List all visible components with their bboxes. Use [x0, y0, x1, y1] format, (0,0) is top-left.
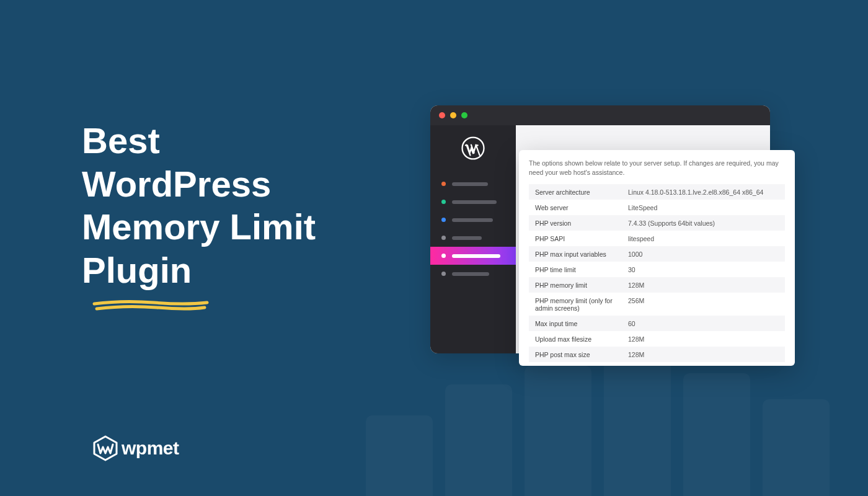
row-key: PHP max input variables [529, 246, 622, 262]
underline-decoration [92, 299, 210, 311]
table-row: PHP memory limit128M [529, 277, 785, 293]
row-key: Upload max filesize [529, 331, 622, 347]
sidebar-item[interactable] [430, 265, 516, 283]
menu-label-placeholder [452, 200, 497, 204]
hero-line-4: Plugin [82, 249, 316, 292]
menu-label-placeholder [452, 218, 493, 222]
row-value: LiteSpeed [622, 200, 785, 215]
table-row: PHP post max size128M [529, 347, 785, 362]
minimize-icon[interactable] [450, 112, 456, 118]
row-value: 256M [622, 293, 785, 316]
hero-line-3: Memory Limit [82, 205, 316, 249]
table-row: Upload max filesize128M [529, 331, 785, 347]
close-icon[interactable] [439, 112, 445, 118]
row-key: PHP time limit [529, 262, 622, 277]
row-key: Max input time [529, 316, 622, 331]
hero-line-1: Best [82, 119, 316, 162]
row-value: 60 [622, 316, 785, 331]
table-row: PHP memory limit (only for admin screens… [529, 293, 785, 316]
table-row: PHP time limit30 [529, 262, 785, 277]
background-bar [525, 366, 591, 496]
brand-name: wpmet [122, 438, 179, 459]
row-key: Server architecture [529, 184, 622, 200]
sidebar-item[interactable] [430, 193, 516, 211]
background-bar [763, 399, 830, 496]
window-chrome [430, 105, 770, 125]
brand-logo: wpmet [92, 435, 179, 462]
menu-dot-icon [441, 182, 446, 186]
server-info-table: Server architectureLinux 4.18.0-513.18.1… [529, 184, 785, 362]
background-bar [683, 373, 750, 496]
menu-label-placeholder [452, 272, 489, 276]
wp-admin-sidebar [430, 125, 516, 353]
menu-dot-icon [441, 254, 446, 258]
menu-label-placeholder [452, 236, 482, 240]
menu-dot-icon [441, 236, 446, 240]
table-row: Max input time60 [529, 316, 785, 331]
menu-label-placeholder [452, 182, 488, 186]
maximize-icon[interactable] [461, 112, 467, 118]
table-row: PHP max input variables1000 [529, 246, 785, 262]
row-value: 30 [622, 262, 785, 277]
row-value: 128M [622, 277, 785, 293]
row-value: 128M [622, 347, 785, 362]
wpmet-logo-icon [92, 435, 119, 462]
menu-dot-icon [441, 272, 446, 276]
table-row: Web serverLiteSpeed [529, 200, 785, 215]
page-title: Best WordPress Memory Limit Plugin [82, 119, 316, 291]
row-key: PHP memory limit (only for admin screens… [529, 293, 622, 316]
sidebar-item-active[interactable] [430, 247, 516, 265]
row-key: PHP version [529, 215, 622, 231]
table-row: PHP SAPIlitespeed [529, 231, 785, 246]
background-bar [604, 347, 671, 496]
server-info-card: The options shown below relate to your s… [519, 150, 795, 366]
table-row: PHP version7.4.33 (Supports 64bit values… [529, 215, 785, 231]
sidebar-item[interactable] [430, 211, 516, 229]
row-value: 1000 [622, 246, 785, 262]
hero-line-2: WordPress [82, 162, 316, 206]
menu-dot-icon [441, 200, 446, 204]
row-key: Web server [529, 200, 622, 215]
background-bars-decoration [366, 347, 830, 496]
server-info-description: The options shown below relate to your s… [529, 159, 785, 177]
row-key: PHP memory limit [529, 277, 622, 293]
row-value: Linux 4.18.0-513.18.1.lve.2.el8.x86_64 x… [622, 184, 785, 200]
background-bar [445, 384, 512, 496]
row-key: PHP SAPI [529, 231, 622, 246]
table-row: Server architectureLinux 4.18.0-513.18.1… [529, 184, 785, 200]
row-value: 7.4.33 (Supports 64bit values) [622, 215, 785, 231]
row-key: PHP post max size [529, 347, 622, 362]
menu-label-placeholder [452, 254, 500, 258]
row-value: litespeed [622, 231, 785, 246]
sidebar-item[interactable] [430, 229, 516, 247]
wordpress-logo-icon[interactable] [461, 136, 485, 160]
menu-dot-icon [441, 218, 446, 222]
row-value: 128M [622, 331, 785, 347]
sidebar-item[interactable] [430, 175, 516, 193]
background-bar [366, 415, 433, 496]
svg-marker-0 [94, 436, 117, 460]
